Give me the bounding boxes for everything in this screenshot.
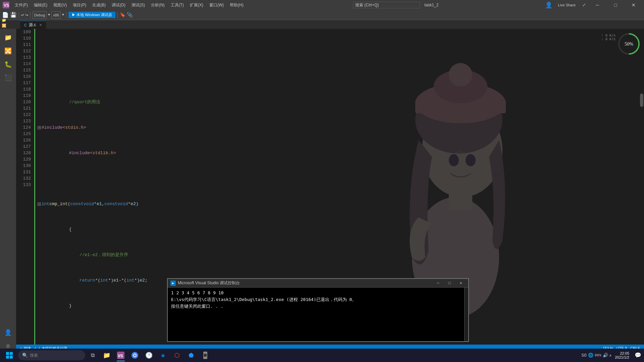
title-bar: VS 文件(F) 编辑(E) 视图(V) 项目(P) 生成(B) 调试(D) 测… (0, 0, 644, 10)
redo-icon[interactable]: ↪ (25, 12, 28, 18)
task-view-btn[interactable]: ⧉ (86, 349, 99, 362)
debug-config-dropdown[interactable]: Debug (33, 11, 47, 19)
attach-icon[interactable]: 📎 (127, 12, 132, 18)
upload-stat: ↑ 0 K/s (601, 34, 615, 38)
date: 2021/1/2 (615, 355, 629, 359)
minimize-btn[interactable]: ─ (590, 0, 605, 10)
vs-taskbar-icon: VS (117, 352, 124, 359)
bookmark-icon[interactable]: 🔖 (120, 12, 125, 18)
toolbar-sep-1 (19, 12, 19, 18)
save-icon[interactable]: 💾 (10, 12, 17, 18)
taskbar-app4[interactable]: ⬟ (184, 349, 198, 362)
menu-help[interactable]: 帮助(H) (227, 2, 246, 9)
menu-project[interactable]: 项目(P) (70, 2, 89, 9)
maximize-btn[interactable]: □ (608, 0, 623, 10)
explorer-icon[interactable]: 📁 (1, 18, 7, 23)
tab-close-icon[interactable]: ✕ (39, 23, 42, 27)
platform-dropdown[interactable]: x86 (51, 11, 61, 19)
start-button[interactable] (1, 349, 17, 362)
svg-rect-18 (10, 356, 13, 359)
menu-file[interactable]: 文件(F) (12, 2, 31, 9)
taskbar-app3[interactable]: ⬡ (170, 349, 184, 362)
user-icon[interactable]: 👤 (545, 1, 552, 9)
toolbar-sep-2 (30, 12, 31, 18)
run-debugger-btn[interactable]: ▶ 本地 Windows 调试器 (68, 12, 115, 18)
source-control-icon[interactable]: 🔀 (1, 23, 7, 28)
toolbar-sep-3 (66, 12, 66, 18)
config-arrow: ▼ (48, 13, 50, 17)
taskbar: 🔍 搜索 ⧉ 📁 VS 🕐 ◆ ⬡ ⬟ ■ SO (0, 349, 644, 362)
comment-qsort: //qsort的用法 (69, 99, 101, 105)
sidebar-extensions-icon[interactable]: ⬛ (2, 72, 14, 84)
taskbar-app5[interactable]: ■ (199, 349, 212, 362)
menu-build[interactable]: 生成(B) (90, 2, 108, 9)
menu-window[interactable]: 窗口(W) (207, 2, 226, 9)
search-box[interactable] (353, 2, 420, 8)
title-bar-right: 👤 Live Share ⤢ ─ □ ✕ (545, 0, 641, 10)
taskbar-explorer[interactable]: 📁 (100, 349, 113, 362)
sidebar-collapse-icons: 📁 🔀 (0, 17, 8, 29)
taskbar-chrome[interactable] (128, 349, 142, 362)
fold-115[interactable]: － (38, 202, 41, 206)
window-title: task1_2 (246, 2, 545, 8)
taskbar-time[interactable]: 22:05 2021/1/2 (615, 351, 632, 359)
editor-area: 109 110 111 112 113 114 115 116 117 118 … (16, 29, 644, 352)
svg-point-23 (134, 354, 136, 356)
tab-source-c[interactable]: C 源.c ✕ (20, 21, 46, 29)
explorer-taskbar-icon: 📁 (103, 352, 110, 359)
menu-edit[interactable]: 编辑(E) (31, 2, 50, 9)
fold-112[interactable]: － (38, 126, 41, 129)
battery-label: 96% (595, 353, 601, 357)
so-icon[interactable]: SO (581, 353, 587, 358)
debug-close-btn[interactable]: ✕ (456, 280, 466, 287)
title-bar-left: VS 文件(F) 编辑(E) 视图(V) 项目(P) 生成(B) 调试(D) 测… (3, 2, 246, 9)
window-title-label: task1_2 (424, 3, 438, 7)
code-line-109 (38, 48, 644, 54)
expand-icon[interactable]: ⤢ (581, 3, 587, 7)
debug-body: 1 2 3 4 5 6 7 8 9 10 E:\vs代码学习\C语言\task1… (168, 288, 468, 341)
menu-view[interactable]: 视图(V) (51, 2, 69, 9)
live-share-btn[interactable]: Live Share (555, 0, 578, 10)
sidebar-explorer-icon[interactable]: 📁 (2, 32, 14, 44)
code-line-112: －#include <stdio.h> (38, 124, 644, 131)
search-taskbar-placeholder: 搜索 (30, 353, 38, 358)
debug-minimize-btn[interactable]: ─ (433, 280, 443, 287)
debug-output-line3: 按任意键关闭此窗口. . . (171, 303, 461, 310)
modified-indicator (34, 29, 35, 352)
debug-title-bar: ▶ Microsoft Visual Studio 调试控制台 ─ □ ✕ (168, 279, 468, 288)
close-btn[interactable]: ✕ (626, 0, 641, 10)
code-line-116: { (38, 226, 644, 233)
debug-scrollbar[interactable] (464, 288, 468, 341)
taskbar-app2[interactable]: ◆ (156, 349, 170, 362)
menu-test[interactable]: 测试(S) (129, 2, 148, 9)
sidebar-git-icon[interactable]: 🔀 (2, 45, 14, 57)
task-view-icon: ⧉ (91, 352, 95, 359)
menu-tools[interactable]: 工具(T) (168, 2, 186, 9)
menu-debug[interactable]: 调试(D) (109, 2, 128, 9)
sidebar-debug-icon[interactable]: 🐛 (2, 58, 14, 70)
clock: 22:05 (615, 351, 629, 355)
taskbar-right: SO 🌐 96% 🔊 ∧ 22:05 2021/1/2 💬 (579, 351, 643, 359)
up-arrow[interactable]: ∧ (609, 353, 612, 358)
toolbar-sep-4 (117, 12, 118, 18)
menu-extensions[interactable]: 扩展(X) (187, 2, 206, 9)
taskbar-app1[interactable]: 🕐 (142, 349, 156, 362)
svg-text:VS: VS (118, 354, 123, 359)
windows-logo (6, 352, 13, 359)
debug-console: ▶ Microsoft Visual Studio 调试控制台 ─ □ ✕ 1 … (167, 278, 469, 342)
network-icon[interactable]: 🌐 (588, 353, 593, 358)
volume-icon[interactable]: 🔊 (603, 353, 608, 358)
menu-analyze[interactable]: 分析(N) (148, 2, 167, 9)
code-line-113: #include <stdlib.h> (38, 150, 644, 156)
line-numbers: 109 110 111 112 113 114 115 116 117 118 … (16, 29, 34, 188)
notification-icon[interactable]: 💬 (633, 352, 643, 359)
taskbar-vs[interactable]: VS (114, 349, 127, 362)
taskbar-search[interactable]: 🔍 搜索 (18, 350, 85, 360)
c-file-icon: C (24, 23, 27, 27)
undo-icon[interactable]: ↩ (21, 12, 24, 18)
app1-icon: 🕐 (145, 352, 153, 359)
code-line-115: －int cmp_int(const void* e1, const void*… (38, 201, 644, 207)
sidebar-account-icon[interactable]: 👤 (2, 326, 14, 339)
debug-maximize-btn[interactable]: □ (445, 280, 454, 287)
svg-rect-16 (10, 352, 13, 355)
